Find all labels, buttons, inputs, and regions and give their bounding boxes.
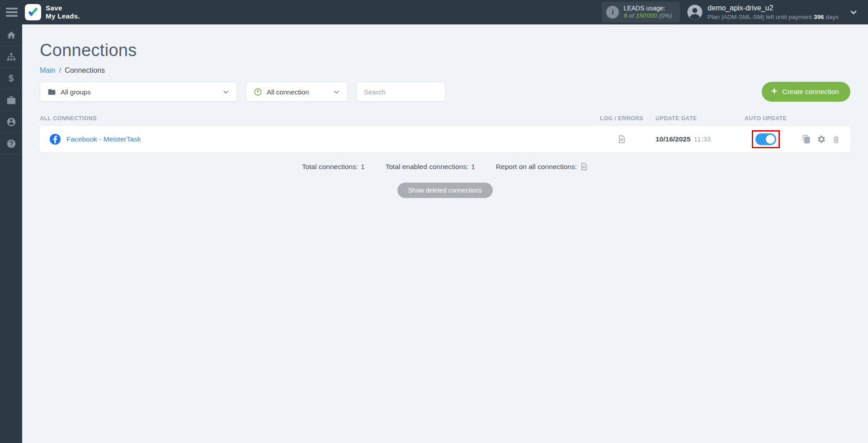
filter-row: All groups All connection + Create conne…	[40, 82, 850, 102]
breadcrumb: Main / Connections	[40, 66, 850, 75]
trash-icon[interactable]	[832, 135, 840, 144]
plus-icon: +	[771, 86, 777, 98]
total-connections-label: Total connections:	[302, 163, 358, 171]
report-all-connections: Report on all connections:	[496, 162, 588, 171]
groups-filter-value: All groups	[61, 88, 91, 96]
connection-link[interactable]: Facebook - MeisterTask	[66, 135, 141, 143]
leads-usage-value: 9 of 150'000 (0%)	[623, 12, 672, 20]
connection-row: Facebook - MeisterTask 10/16/2025 11:33	[40, 126, 850, 152]
avatar	[687, 4, 703, 20]
logo-text: Save My Leads.	[46, 4, 80, 20]
user-icon	[6, 117, 16, 127]
chevron-down-icon	[222, 89, 229, 95]
logo-line1: Save	[46, 4, 80, 12]
create-connection-button[interactable]: + Create connection	[762, 82, 850, 102]
update-date-value: 10/16/2025	[656, 135, 691, 143]
sidebar-item-home[interactable]	[0, 24, 22, 46]
column-update-date: UPDATE DATE	[651, 115, 731, 122]
report-label: Report on all connections:	[496, 163, 577, 171]
total-connections: Total connections: 1	[302, 163, 365, 171]
home-icon	[6, 30, 16, 40]
sidebar: $	[0, 24, 22, 443]
report-document-icon[interactable]	[580, 162, 588, 171]
play-circle-icon	[254, 88, 262, 96]
leads-total: 150'000	[636, 12, 657, 20]
facebook-icon	[50, 134, 61, 145]
sidebar-item-billing[interactable]: $	[0, 68, 22, 90]
breadcrumb-main-link[interactable]: Main	[40, 66, 56, 75]
leads-usage-label: LEADS usage:	[623, 5, 672, 13]
briefcase-icon	[6, 95, 16, 105]
days-left-suffix: days	[826, 13, 839, 21]
help-icon	[6, 139, 16, 149]
user-plan: Plan |ADM-SML-SM| left until payment 396…	[708, 13, 839, 21]
search-input[interactable]	[357, 82, 445, 102]
update-date: 10/16/2025 11:33	[651, 135, 731, 143]
connection-filter-value: All connection	[267, 88, 309, 96]
chevron-down-icon	[333, 89, 340, 95]
page-title: Connections	[40, 41, 850, 60]
sidebar-item-connections[interactable]	[0, 46, 22, 68]
total-connections-value: 1	[361, 163, 365, 171]
chevron-down-icon[interactable]	[849, 8, 858, 17]
log-document-icon[interactable]	[617, 135, 626, 144]
sidebar-item-services[interactable]	[0, 90, 22, 111]
breadcrumb-separator: /	[59, 66, 61, 75]
show-deleted-button[interactable]: Show deleted connections	[397, 183, 493, 198]
days-left-value: 396	[814, 13, 824, 21]
sidebar-item-help[interactable]	[0, 133, 22, 155]
update-time-value: 11:33	[694, 135, 711, 143]
leads-percent: (0%)	[659, 12, 672, 20]
toggle-knob	[766, 135, 775, 144]
column-all-connections: ALL CONNECTIONS	[40, 115, 592, 122]
table-header: ALL CONNECTIONS LOG / ERRORS UPDATE DATE…	[40, 115, 850, 122]
total-enabled-connections: Total enabled connections: 1	[386, 163, 475, 171]
gear-icon[interactable]	[817, 135, 826, 144]
app-logo[interactable]: Save My Leads.	[25, 4, 80, 20]
plan-text: Plan |ADM-SML-SM| left until payment	[708, 13, 812, 21]
top-header: Save My Leads. i LEADS usage: 9 of 150'0…	[0, 0, 868, 24]
summary-row: Total connections: 1 Total enabled conne…	[40, 162, 850, 171]
breadcrumb-current: Connections	[65, 66, 105, 75]
leads-used: 9	[623, 12, 627, 20]
user-menu[interactable]: demo_apix-drive_u2 Plan |ADM-SML-SM| lef…	[687, 4, 839, 21]
sidebar-item-account[interactable]	[0, 111, 22, 133]
column-auto-update: AUTO UPDATE	[731, 115, 801, 122]
folder-icon	[47, 88, 56, 96]
column-log-errors: LOG / ERRORS	[592, 115, 651, 122]
total-enabled-label: Total enabled connections:	[386, 163, 469, 171]
leads-usage-box: i LEADS usage: 9 of 150'000 (0%)	[602, 2, 680, 23]
groups-filter-select[interactable]: All groups	[40, 82, 237, 102]
total-enabled-value: 1	[471, 163, 475, 171]
logo-line2: My Leads.	[46, 12, 80, 20]
highlight-box	[752, 130, 780, 148]
main-content: Connections Main / Connections All group…	[22, 24, 868, 443]
create-connection-label: Create connection	[782, 88, 839, 96]
copy-icon[interactable]	[802, 135, 811, 144]
auto-update-toggle[interactable]	[755, 133, 776, 145]
dollar-icon: $	[9, 73, 14, 84]
menu-icon[interactable]	[6, 8, 18, 17]
leads-of-word: of	[629, 12, 634, 20]
sitemap-icon	[6, 52, 16, 62]
logo-checkmark-icon	[25, 4, 41, 20]
info-icon: i	[606, 6, 619, 19]
user-name: demo_apix-drive_u2	[708, 4, 839, 13]
connection-filter-select[interactable]: All connection	[246, 82, 348, 102]
